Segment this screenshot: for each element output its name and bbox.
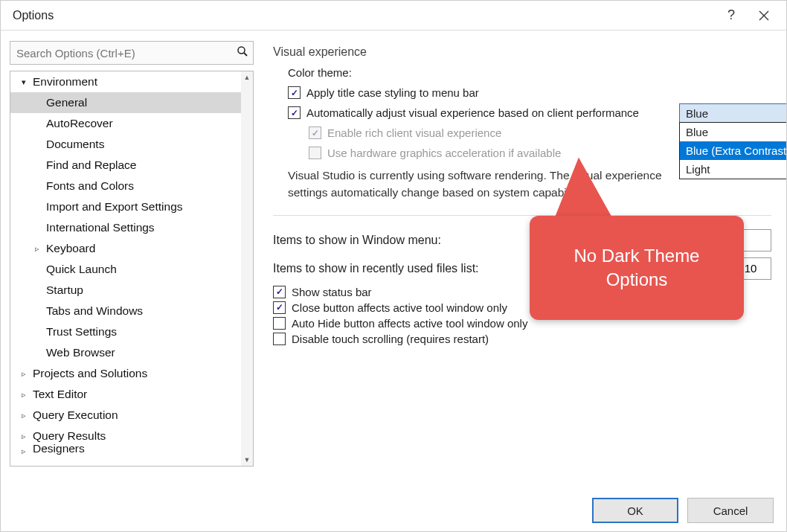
tree-item-general[interactable]: General xyxy=(10,92,253,113)
tree-item-label: Fonts and Colors xyxy=(46,179,134,193)
tree-item-label: Quick Launch xyxy=(46,263,117,276)
help-icon[interactable]: ? xyxy=(715,1,748,31)
tree-item-label: Text Editor xyxy=(33,388,87,401)
scroll-track[interactable] xyxy=(241,83,253,454)
search-icon[interactable] xyxy=(237,45,248,60)
window-title: Options xyxy=(13,9,715,22)
titlebar: Options ? xyxy=(1,1,786,31)
close-btn-affects-checkbox[interactable] xyxy=(273,301,286,314)
tree-item-label: Tabs and Windows xyxy=(46,304,143,318)
tree-item-international-settings[interactable]: International Settings xyxy=(10,217,253,238)
tree-item-label: Find and Replace xyxy=(46,158,137,172)
expand-icon[interactable]: ▹ xyxy=(18,390,30,400)
close-btn-affects-label: Close button affects active tool window … xyxy=(292,301,507,314)
tree-item-startup[interactable]: Startup xyxy=(10,280,253,301)
autohide-affects-checkbox[interactable] xyxy=(273,317,286,330)
tree-item-label: Query Results xyxy=(33,429,106,443)
apply-title-case-label: Apply title case styling to menu bar xyxy=(306,86,479,99)
tree-item-keyboard[interactable]: ▹Keyboard xyxy=(10,238,253,259)
tree-item-import-and-export-settings[interactable]: Import and Export Settings xyxy=(10,196,253,217)
expand-icon[interactable]: ▾ xyxy=(18,77,30,87)
tree-item-fonts-and-colors[interactable]: Fonts and Colors xyxy=(10,176,253,196)
tree-item-label: Trust Settings xyxy=(46,325,117,339)
scrollbar[interactable]: ▲ ▼ xyxy=(241,71,253,466)
show-status-bar-label: Show status bar xyxy=(292,286,372,298)
dropdown-option-blue[interactable]: Blue xyxy=(680,123,787,141)
tree-item-label: Designers xyxy=(33,442,85,455)
dialog-buttons: OK Cancel xyxy=(592,498,774,523)
tree-item-documents[interactable]: Documents xyxy=(10,134,253,155)
expand-icon[interactable]: ▹ xyxy=(18,432,30,441)
tree-item-text-editor[interactable]: ▹Text Editor xyxy=(10,384,253,405)
expand-icon[interactable]: ▹ xyxy=(18,369,30,379)
use-hw-checkbox xyxy=(309,147,321,159)
auto-adjust-label: Automatically adjust visual experience b… xyxy=(306,106,639,119)
tree-item-find-and-replace[interactable]: Find and Replace xyxy=(10,155,253,176)
tree-item-environment[interactable]: ▾Environment xyxy=(10,71,253,92)
ok-button[interactable]: OK xyxy=(592,498,678,523)
disable-touch-checkbox[interactable] xyxy=(273,333,286,345)
close-icon[interactable] xyxy=(748,1,780,31)
use-hw-label: Use hardware graphics acceleration if av… xyxy=(327,147,561,159)
tree-item-label: Import and Export Settings xyxy=(46,200,183,214)
tree-item-trust-settings[interactable]: Trust Settings xyxy=(10,321,253,342)
auto-adjust-checkbox[interactable] xyxy=(288,106,301,119)
color-theme-combobox[interactable]: Blue xyxy=(679,103,787,123)
dropdown-option-light[interactable]: Light xyxy=(680,160,787,179)
tree-item-tabs-and-windows[interactable]: Tabs and Windows xyxy=(10,301,253,321)
tree-item-designers[interactable]: ▹Designers xyxy=(10,446,253,458)
tree-item-label: Web Browser xyxy=(46,346,115,359)
callout-tail xyxy=(556,156,625,225)
left-pane: ▾EnvironmentGeneralAutoRecoverDocumentsF… xyxy=(1,31,261,477)
tree-item-label: Startup xyxy=(46,283,83,297)
disable-touch-label: Disable touch scrolling (requires restar… xyxy=(292,333,489,345)
tree-item-autorecover[interactable]: AutoRecover xyxy=(10,113,253,134)
tree-item-quick-launch[interactable]: Quick Launch xyxy=(10,259,253,280)
apply-title-case-row: Apply title case styling to menu bar xyxy=(273,86,771,99)
scroll-up-icon[interactable]: ▲ xyxy=(241,71,253,83)
tree-item-label: Environment xyxy=(33,75,97,89)
callout-text: No Dark Theme Options xyxy=(530,216,744,320)
color-theme-dropdown[interactable]: BlueBlue (Extra Contrast)Light xyxy=(679,122,787,179)
color-theme-row: Color theme: xyxy=(273,66,771,79)
tree-item-label: International Settings xyxy=(46,221,155,234)
color-theme-label: Color theme: xyxy=(288,66,352,79)
autohide-affects-label: Auto Hide button affects active tool win… xyxy=(292,317,527,330)
scroll-down-icon[interactable]: ▼ xyxy=(241,454,253,466)
tree-item-label: Query Execution xyxy=(33,408,118,422)
group-title-visual: Visual experience xyxy=(273,45,771,59)
tree-item-label: Keyboard xyxy=(46,242,95,255)
tree-item-label: Projects and Solutions xyxy=(33,367,147,380)
expand-icon[interactable]: ▹ xyxy=(31,244,43,254)
tree-item-query-execution[interactable]: ▹Query Execution xyxy=(10,405,253,426)
tree-item-web-browser[interactable]: Web Browser xyxy=(10,342,253,363)
color-theme-value: Blue xyxy=(686,107,708,120)
svg-point-0 xyxy=(238,47,245,54)
annotation-callout: No Dark Theme Options xyxy=(530,186,744,320)
tree-item-label: Documents xyxy=(46,138,104,151)
disable-touch-row: Disable touch scrolling (requires restar… xyxy=(273,333,771,345)
tree-item-label: AutoRecover xyxy=(46,117,113,130)
expand-icon[interactable]: ▹ xyxy=(18,446,30,456)
options-tree[interactable]: ▾EnvironmentGeneralAutoRecoverDocumentsF… xyxy=(10,71,254,467)
enable-rich-checkbox xyxy=(309,126,321,139)
tree-item-label: General xyxy=(46,96,87,109)
apply-title-case-checkbox[interactable] xyxy=(288,86,301,99)
tree-item-projects-and-solutions[interactable]: ▹Projects and Solutions xyxy=(10,363,253,384)
search-box[interactable] xyxy=(10,41,254,65)
show-status-bar-checkbox[interactable] xyxy=(273,286,286,298)
expand-icon[interactable]: ▹ xyxy=(18,411,30,420)
search-input[interactable] xyxy=(15,46,237,60)
enable-rich-label: Enable rich client visual experience xyxy=(327,126,501,139)
dropdown-option-blue-extra-contrast-[interactable]: Blue (Extra Contrast) xyxy=(680,141,787,160)
cancel-button[interactable]: Cancel xyxy=(687,498,774,523)
